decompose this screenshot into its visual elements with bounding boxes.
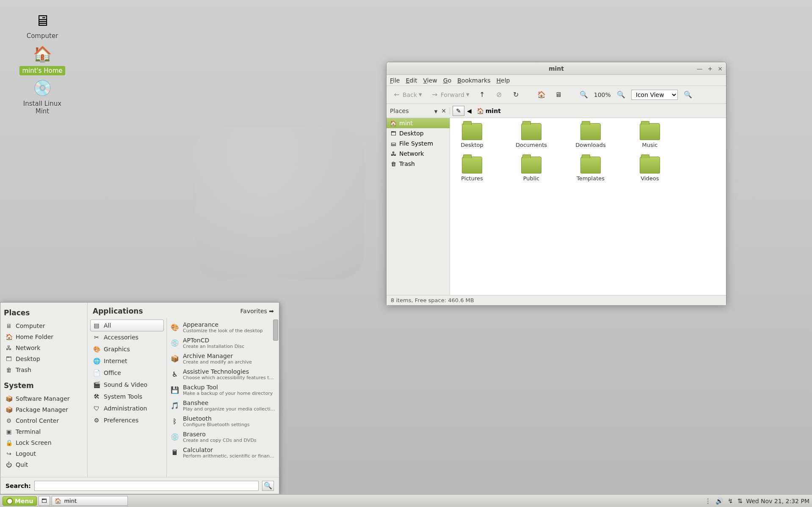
file-manager-window: mint — + × FileEditViewGoBookmarksHelp ←… (386, 62, 726, 305)
app-assistive-technologies[interactable]: ♿Assistive TechnologiesChoose which acce… (167, 366, 279, 382)
arrow-left-icon: ← (392, 91, 401, 99)
location-toggle-button[interactable]: ✎ (453, 106, 464, 116)
sidebar-item-trash[interactable]: 🗑Trash (387, 159, 450, 169)
places-item-trash[interactable]: 🗑Trash (4, 364, 84, 375)
close-button[interactable]: × (718, 65, 723, 72)
folder-pictures[interactable]: Pictures (455, 157, 489, 182)
reload-button[interactable]: ↻ (509, 89, 523, 101)
search-button[interactable]: 🔍 (262, 481, 274, 491)
breadcrumb-home[interactable]: 🏠mint (474, 107, 503, 115)
app-description: Make a backup of your home directory (183, 391, 273, 396)
category-internet[interactable]: 🌐Internet (90, 355, 164, 367)
menu-button[interactable]: ⬤ Menu (3, 496, 37, 506)
icon-glyph: 💿 (32, 78, 52, 98)
computer-icon: 🖥 (554, 91, 563, 99)
app-backup-tool[interactable]: 💾Backup ToolMake a backup of your home d… (167, 382, 279, 398)
sidebar-item-file-system[interactable]: 🖴File System (387, 138, 450, 149)
menu-go[interactable]: Go (443, 77, 451, 84)
close-sidebar-icon[interactable]: ✕ (441, 107, 446, 114)
network-icon[interactable]: ⇅ (737, 497, 743, 505)
show-desktop-button[interactable]: 🗔 (39, 496, 50, 506)
icon-glyph: 🏠 (32, 44, 52, 64)
category-preferences[interactable]: ⚙Preferences (90, 414, 164, 426)
volume-icon[interactable]: 🔊 (715, 497, 724, 505)
icon-label: Install Linux Mint (17, 100, 68, 115)
places-item-network[interactable]: 🖧Network (4, 342, 84, 353)
clock[interactable]: Wed Nov 21, 2:32 PM (746, 498, 809, 504)
app-name: APTonCD (183, 337, 244, 344)
zoom-in-button[interactable]: 🔍 (614, 89, 628, 101)
menu-edit[interactable]: Edit (406, 77, 417, 84)
update-icon[interactable]: ↯ (728, 497, 733, 505)
folder-desktop[interactable]: Desktop (455, 123, 489, 148)
system-item-control-center[interactable]: ⚙Control Center (4, 415, 84, 426)
places-item-computer[interactable]: 🖥Computer (4, 320, 84, 331)
app-appearance[interactable]: 🎨AppearanceCustomize the look of the des… (167, 320, 279, 335)
zoom-out-button[interactable]: 🔍 (577, 89, 591, 101)
breadcrumb-back-icon[interactable]: ◀ (467, 107, 472, 114)
category-administration[interactable]: 🛡Administration (90, 402, 164, 414)
app-calculator[interactable]: 🖩CalculatorPerform arithmetic, scientifi… (167, 445, 279, 460)
app-bluetooth[interactable]: ᛒBluetoothConfigure Bluetooth settings (167, 413, 279, 429)
system-icon: ↪ (6, 450, 12, 457)
computer-button[interactable]: 🖥 (552, 89, 565, 101)
scrollbar-thumb[interactable] (273, 320, 278, 341)
category-all[interactable]: ▤All (90, 320, 164, 331)
menu-bookmarks[interactable]: Bookmarks (457, 77, 490, 84)
category-sound-video[interactable]: 🎬Sound & Video (90, 379, 164, 391)
places-item-desktop[interactable]: 🗔Desktop (4, 353, 84, 364)
fm-titlebar[interactable]: mint — + × (387, 62, 726, 75)
menu-help[interactable]: Help (496, 77, 510, 84)
folder-label: Documents (514, 142, 548, 148)
desktop-icon-mint-s-home[interactable]: 🏠mint's Home (17, 44, 68, 75)
system-item-logout[interactable]: ↪Logout (4, 448, 84, 459)
places-item-home-folder[interactable]: 🏠Home Folder (4, 331, 84, 342)
folder-documents[interactable]: Documents (514, 123, 548, 148)
system-item-lock-screen[interactable]: 🔒Lock Screen (4, 437, 84, 448)
minimize-button[interactable]: — (697, 65, 703, 72)
folder-public[interactable]: Public (514, 157, 548, 182)
category-system-tools[interactable]: 🛠System Tools (90, 391, 164, 402)
category-icon: 🎬 (93, 381, 100, 389)
folder-videos[interactable]: Videos (633, 157, 667, 182)
menu-view[interactable]: View (423, 77, 437, 84)
up-button[interactable]: ↑ (475, 89, 489, 101)
sidebar-item-network[interactable]: 🖧Network (387, 149, 450, 159)
system-item-package-manager[interactable]: 📦Package Manager (4, 404, 84, 415)
system-icon: ⏻ (6, 461, 12, 468)
favorites-link[interactable]: Favorites ➡ (240, 308, 274, 314)
category-office[interactable]: 📄Office (90, 367, 164, 379)
app-banshee[interactable]: 🎵BansheePlay and organize your media col… (167, 398, 279, 413)
home-button[interactable]: 🏠 (535, 89, 548, 101)
app-aptoncd[interactable]: 💿APTonCDCreate an Installation Disc (167, 335, 279, 351)
category-accessories[interactable]: ✂Accessories (90, 331, 164, 343)
system-item-software-manager[interactable]: 📦Software Manager (4, 393, 84, 404)
folder-downloads[interactable]: Downloads (574, 123, 608, 148)
sidebar-item-desktop[interactable]: 🗔Desktop (387, 128, 450, 138)
back-button[interactable]: ←Back ▼ (390, 89, 425, 101)
view-mode-select[interactable]: Icon View (631, 90, 678, 100)
category-graphics[interactable]: 🎨Graphics (90, 343, 164, 355)
maximize-button[interactable]: + (708, 65, 713, 72)
forward-button[interactable]: →Forward ▼ (428, 89, 472, 101)
fm-content[interactable]: DesktopDocumentsDownloadsMusicPicturesPu… (450, 118, 726, 295)
search-button[interactable]: 🔍 (681, 89, 695, 101)
search-input[interactable] (34, 481, 259, 491)
category-icon: ⚙ (93, 416, 100, 424)
app-archive-manager[interactable]: 📦Archive ManagerCreate and modify an arc… (167, 351, 279, 366)
folder-label: Pictures (455, 175, 489, 182)
taskbar-window-mint[interactable]: 🏠mint (52, 496, 128, 506)
folder-music[interactable]: Music (633, 123, 667, 148)
stop-button[interactable]: ⊘ (492, 89, 506, 101)
app-brasero[interactable]: 💿BraseroCreate and copy CDs and DVDs (167, 429, 279, 445)
desktop-icon-install-linux-mint[interactable]: 💿Install Linux Mint (17, 78, 68, 115)
places-header[interactable]: Places ▼ ✕ (387, 107, 450, 114)
system-tray: ⋮ 🔊 ↯ ⇅ (705, 497, 743, 505)
system-title: System (4, 381, 84, 390)
system-item-terminal[interactable]: ▣Terminal (4, 426, 84, 437)
sidebar-item-mint[interactable]: 🏠mint (387, 118, 450, 128)
system-item-quit[interactable]: ⏻Quit (4, 459, 84, 470)
menu-file[interactable]: File (390, 77, 400, 84)
desktop-icon-computer[interactable]: 🖥Computer (17, 10, 68, 40)
folder-templates[interactable]: Templates (574, 157, 608, 182)
